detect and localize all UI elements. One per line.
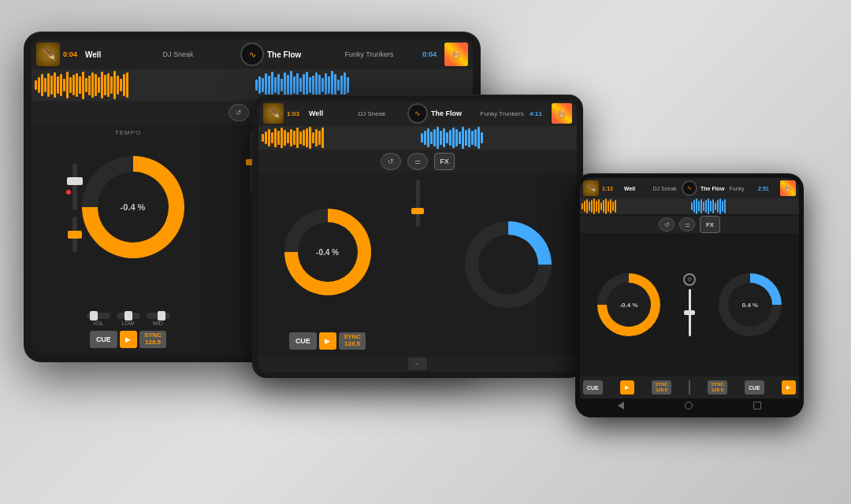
med-cf-handle[interactable]: [411, 208, 424, 214]
wbar: [293, 131, 295, 145]
med-fx-btn[interactable]: FX: [434, 153, 455, 170]
phone-waveform-left: [580, 198, 689, 214]
med-right-time: 4:11: [530, 110, 548, 117]
med-sync-btn[interactable]: ↺: [381, 153, 401, 170]
phone-sync-label-right: SYNC: [711, 382, 724, 387]
med-jog-outer-right: [465, 221, 552, 308]
wtbar-r: [724, 199, 726, 213]
large-right-track: The Flow: [267, 50, 342, 59]
phone-left-art: 🪶: [583, 180, 599, 196]
wbar: [277, 131, 280, 145]
wtbar: [600, 202, 602, 210]
large-low-label: LOW: [117, 321, 140, 326]
med-deck-left: -0.4 % CUE ▶ SYNC 128.5: [258, 173, 398, 356]
med-waveform-right: [418, 126, 577, 150]
med-play-button-left[interactable]: ▶: [319, 332, 336, 350]
med-nav-bar: ←: [258, 356, 577, 372]
phone-play-button-left[interactable]: ▶: [620, 380, 634, 395]
wbar-r: [462, 127, 464, 149]
wtbar-r: [700, 199, 702, 213]
wbar-r: [303, 74, 305, 96]
phone-sync-label-left: SYNC: [655, 382, 668, 387]
phone-fx-btn[interactable]: FX: [700, 216, 720, 233]
med-sync-bpm-left: 128.5: [344, 341, 360, 348]
wtbar: [608, 201, 609, 212]
large-vol-h-fader[interactable]: [87, 313, 110, 319]
wbar: [315, 129, 318, 146]
large-vol-fader-handle[interactable]: [67, 177, 83, 185]
wbar-r: [309, 77, 311, 93]
phone-waveform-right: [689, 198, 799, 214]
med-header: 🪶 1:03 Well DJ Sneak ∿ The Flow Funky Tr…: [258, 101, 577, 126]
phone-logo-btn[interactable]: ∿: [682, 180, 697, 196]
phone-cue-button-right[interactable]: CUE: [745, 380, 764, 395]
phone-center-col: ⚙: [678, 233, 701, 376]
phone-gear-icon[interactable]: ⚙: [683, 273, 696, 286]
wbar: [321, 128, 324, 148]
large-right-art: 🎨: [444, 43, 468, 66]
wbar: [265, 132, 267, 144]
large-sync-icon-btn[interactable]: ↺: [229, 104, 249, 121]
large-vol-faders: [72, 161, 77, 254]
med-right-artist: Funky Trunkers: [481, 110, 527, 117]
wbar: [303, 130, 305, 146]
large-tempo-label-left: TEMPO: [115, 129, 141, 136]
phone-play-button-right[interactable]: ▶: [782, 380, 796, 395]
wbar-r: [474, 129, 477, 146]
phone-jog-bpm-right: 0.4 %: [742, 302, 758, 309]
large-sync-button-left[interactable]: SYNC 128.5: [139, 331, 166, 348]
phone-home-icon[interactable]: [685, 402, 693, 410]
phone-vol-fader: [689, 289, 691, 336]
wbar: [299, 132, 302, 144]
wbar-r: [347, 77, 349, 93]
large-logo-btn[interactable]: ∿: [240, 43, 264, 66]
phone-cue-button-left[interactable]: CUE: [583, 380, 603, 395]
phone-jog-left[interactable]: -0.4 %: [597, 273, 660, 336]
med-jog-right[interactable]: [465, 221, 552, 308]
large-tempo-fader-handle[interactable]: [68, 231, 82, 239]
large-mid-fader[interactable]: [147, 313, 170, 319]
large-jog-bpm-left: -0.4 %: [121, 202, 146, 212]
large-play-button-left[interactable]: ▶: [120, 331, 137, 348]
wbar: [110, 76, 113, 94]
med-jog-left[interactable]: -0.4 %: [284, 209, 371, 295]
med-logo-btn[interactable]: ∿: [407, 103, 428, 124]
large-cue-button-left[interactable]: CUE: [90, 331, 117, 348]
large-left-track: Well: [85, 50, 160, 59]
wtbar: [610, 199, 611, 213]
wbar-r: [268, 76, 270, 94]
med-eq-btn[interactable]: ⚌: [407, 153, 428, 170]
phone-sync-btn[interactable]: ↺: [659, 217, 674, 232]
med-sync-button-left[interactable]: SYNC 128.5: [339, 332, 366, 350]
wtbar: [593, 198, 595, 214]
large-jog-left[interactable]: -0.4 %: [82, 156, 184, 258]
phone-deck-right: 0.4 %: [701, 233, 799, 376]
phone-sync-button-left[interactable]: SYNC 128.5: [652, 380, 671, 395]
phone: 🪶 1:13 Well DJ Sneak ∿ The Flow Funky 2:…: [575, 173, 804, 417]
med-left-time: 1:03: [287, 110, 306, 117]
large-eq-area: VOL LOW MID: [87, 280, 170, 326]
wbar-r: [452, 128, 455, 148]
med-jog-bpm-left: -0.4 %: [316, 248, 339, 257]
phone-vol-handle[interactable]: [684, 310, 695, 315]
wbar-r: [321, 78, 324, 92]
wbar-r: [255, 80, 258, 91]
wbar: [290, 129, 292, 146]
phone-back-icon[interactable]: [618, 402, 624, 410]
med-waveform-left: [258, 126, 418, 150]
med-cue-button-left[interactable]: CUE: [289, 332, 317, 350]
phone-recent-icon[interactable]: [753, 402, 761, 410]
wtbar: [584, 201, 585, 212]
large-waveform-bars-left: [32, 69, 252, 101]
phone-jog-right[interactable]: 0.4 %: [719, 273, 782, 336]
wbar: [318, 131, 321, 145]
med-back-btn[interactable]: ←: [408, 358, 427, 370]
phone-sync-button-right[interactable]: SYNC 128.5: [708, 380, 727, 395]
wtbar-r: [698, 201, 700, 212]
phone-nav-bar: [580, 398, 799, 413]
phone-eq-btn[interactable]: ⚌: [679, 217, 695, 232]
med-left-track: Well: [309, 109, 355, 117]
wtbar-r: [722, 201, 723, 212]
large-low-fader[interactable]: [117, 313, 140, 319]
med-left-art: 🪶: [263, 103, 284, 124]
